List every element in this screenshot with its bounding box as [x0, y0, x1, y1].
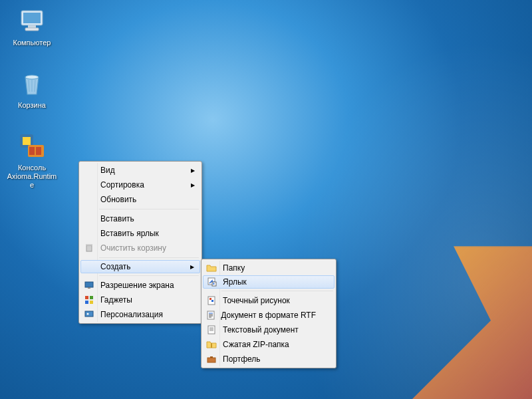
- menu-item-sort[interactable]: Сортировка: [80, 178, 200, 192]
- svg-rect-28: [207, 311, 214, 319]
- menu-item-paste-shortcut[interactable]: Вставить ярлык: [80, 226, 200, 241]
- create-submenu: Папку Ярлык Точечный рисунок Документ в …: [201, 259, 336, 368]
- desktop-icon-label: Компьютер: [7, 39, 57, 47]
- svg-rect-20: [90, 301, 93, 304]
- zip-icon: [203, 337, 220, 352]
- svg-point-22: [87, 313, 89, 315]
- svg-rect-38: [207, 358, 215, 362]
- svg-rect-19: [85, 301, 88, 304]
- svg-rect-1: [23, 13, 41, 23]
- svg-rect-13: [86, 245, 92, 251]
- desktop-icon-label: Консоль Axioma.Runtime: [7, 164, 57, 190]
- console-icon: [16, 130, 48, 162]
- txt-icon: [203, 323, 220, 337]
- menu-item-refresh[interactable]: Обновить: [80, 192, 200, 207]
- desktop-context-menu: Вид Сортировка Обновить Вставить Вставит…: [78, 161, 202, 324]
- svg-rect-3: [25, 28, 39, 31]
- menu-item-new-folder[interactable]: Папку: [203, 261, 334, 275]
- menu-item-view[interactable]: Вид: [80, 163, 200, 178]
- menu-item-resolution[interactable]: Разрешение экрана: [80, 278, 200, 293]
- svg-rect-14: [86, 244, 92, 245]
- screen-icon: [80, 278, 98, 293]
- menu-item-new-bitmap[interactable]: Точечный рисунок: [203, 293, 334, 308]
- rtf-icon: [203, 308, 218, 323]
- personalize-icon: [80, 307, 98, 322]
- svg-rect-26: [209, 298, 211, 300]
- menu-item-gadgets[interactable]: Гаджеты: [80, 293, 200, 307]
- desktop-icon-computer[interactable]: Компьютер: [7, 5, 57, 47]
- svg-rect-16: [88, 287, 90, 289]
- menu-item-paste[interactable]: Вставить: [80, 211, 200, 226]
- svg-rect-17: [85, 296, 88, 299]
- svg-rect-27: [211, 300, 213, 302]
- svg-rect-2: [28, 25, 36, 28]
- menu-item-new-zip[interactable]: Сжатая ZIP-папка: [203, 337, 334, 352]
- menu-item-new-txt[interactable]: Текстовый документ: [203, 323, 334, 337]
- menu-item-empty-recycle: Очистить корзину: [80, 241, 200, 255]
- desktop-icon-axioma[interactable]: Консоль Axioma.Runtime: [7, 130, 57, 190]
- menu-item-create[interactable]: Создать: [80, 260, 200, 273]
- svg-rect-12: [36, 147, 41, 155]
- svg-rect-39: [210, 356, 213, 358]
- svg-rect-15: [85, 282, 93, 287]
- folder-icon: [203, 261, 220, 275]
- computer-icon: [16, 5, 48, 37]
- recycle-bin-icon: [16, 68, 48, 100]
- svg-rect-9: [23, 137, 31, 145]
- svg-rect-37: [211, 343, 212, 348]
- svg-rect-33: [208, 326, 215, 334]
- shortcut-icon: [203, 275, 220, 289]
- menu-item-personalize[interactable]: Персонализация: [80, 307, 200, 322]
- menu-item-new-briefcase[interactable]: Портфель: [203, 352, 334, 366]
- bitmap-icon: [203, 293, 220, 308]
- desktop-icon-recycle[interactable]: Корзина: [7, 68, 57, 110]
- svg-rect-21: [85, 311, 93, 317]
- desktop-icon-label: Корзина: [7, 101, 57, 110]
- trash-icon: [80, 241, 98, 255]
- desktop[interactable]: Компьютер Корзина Консоль Axioma.Runtime…: [0, 0, 532, 399]
- menu-item-new-shortcut[interactable]: Ярлык: [203, 275, 334, 289]
- svg-point-4: [25, 75, 39, 79]
- gadget-icon: [80, 293, 98, 307]
- svg-rect-18: [90, 296, 93, 299]
- svg-rect-11: [29, 147, 35, 155]
- briefcase-icon: [203, 352, 220, 366]
- menu-item-new-rtf[interactable]: Документ в формате RTF: [203, 308, 334, 323]
